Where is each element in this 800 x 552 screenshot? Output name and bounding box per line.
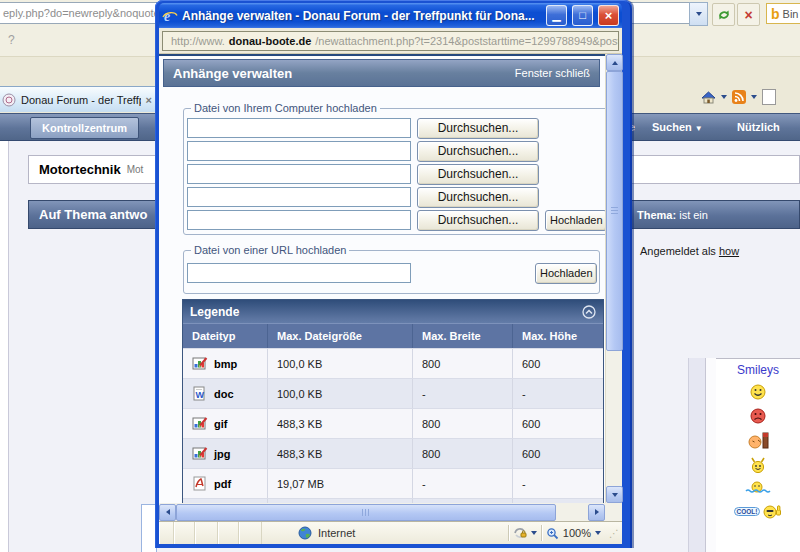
page-header-bar: Anhänge verwalten Fenster schließ — [163, 59, 600, 87]
logged-in-prefix: Angemeldet als — [640, 245, 716, 257]
legend-table-header: Legende — [183, 300, 603, 323]
minimize-icon: ▁ — [552, 10, 560, 21]
file-upload-input[interactable] — [187, 210, 411, 230]
swim-icon[interactable] — [745, 481, 771, 495]
browse-button[interactable]: Durchsuchen... — [417, 187, 539, 208]
username-link[interactable]: how — [719, 245, 739, 257]
url-upload-button[interactable]: Hochladen — [535, 263, 597, 284]
home-dropdown-icon[interactable] — [721, 95, 727, 99]
browse-button[interactable]: Durchsuchen... — [417, 141, 539, 162]
arrow-up-icon — [612, 61, 618, 65]
table-column-headers: Dateityp Max. Dateigröße Max. Breite Max… — [183, 323, 603, 348]
close-button[interactable]: × — [598, 5, 619, 26]
image-edit-icon — [192, 416, 208, 431]
section-title: Motortechnik — [39, 162, 121, 177]
max-height: - — [513, 379, 603, 408]
cool-bubble-label: COOL! — [734, 507, 761, 516]
bing-search-label: Bin — [783, 8, 799, 20]
file-upload-input[interactable] — [187, 187, 411, 207]
legend-title: Legende — [190, 305, 239, 319]
rss-feed-icon[interactable] — [732, 90, 746, 104]
horizontal-scrollbar-thumb[interactable] — [176, 504, 556, 521]
browser-tab[interactable]: Donau Forum - der Treffp... × — [0, 86, 160, 112]
upload-computer-fieldset: Datei von Ihrem Computer hochladen Durch… — [183, 102, 605, 235]
minimize-button[interactable]: ▁ — [546, 5, 567, 26]
word-doc-icon: W — [192, 386, 208, 401]
max-size: 488,3 KB — [268, 439, 413, 468]
status-divider — [508, 525, 509, 541]
feeds-dropdown-icon[interactable] — [751, 95, 757, 99]
vertical-scrollbar-thumb[interactable] — [606, 71, 623, 351]
status-pane — [218, 522, 239, 544]
scroll-right-button[interactable] — [588, 504, 605, 521]
file-upload-input[interactable] — [187, 141, 411, 161]
background-address-text: eply.php?do=newreply&noquote= — [3, 7, 166, 19]
nav-search-menu[interactable]: Suchen▼ — [652, 121, 703, 133]
chevron-down-icon — [696, 12, 702, 16]
stop-button[interactable]: × — [737, 3, 760, 26]
tab-close-icon[interactable]: × — [146, 94, 152, 106]
horizontal-scrollbar[interactable] — [159, 503, 622, 521]
file-upload-input[interactable] — [187, 164, 411, 184]
scroll-up-button[interactable] — [606, 54, 623, 71]
topic-label-bold: Thema: — [637, 209, 676, 221]
cheer-icon[interactable] — [749, 457, 767, 473]
close-icon: × — [605, 9, 613, 22]
smileys-panel: Smileys COOL! — [716, 358, 800, 552]
smile-icon[interactable] — [750, 384, 766, 400]
frown-icon[interactable] — [750, 408, 766, 424]
refresh-button[interactable] — [712, 3, 735, 26]
max-size: 100,0 KB — [268, 349, 413, 378]
table-row: bmp 100,0 KB 800 600 — [183, 348, 603, 378]
upload-url-fieldset: Datei von einer URL hochladen Hochladen — [183, 244, 600, 294]
upload-url-legend: Datei von einer URL hochladen — [191, 244, 349, 256]
help-glyph: ? — [8, 33, 15, 47]
file-upload-row: Durchsuchen... — [187, 163, 605, 185]
image-edit-icon — [192, 356, 208, 371]
scroll-down-button[interactable] — [606, 486, 623, 503]
arrow-down-icon — [612, 493, 618, 497]
headbang-icon[interactable] — [747, 432, 769, 449]
file-upload-input[interactable] — [187, 118, 411, 138]
nav-control-center[interactable]: Kontrollzentrum — [30, 117, 139, 139]
bing-search-box[interactable]: b Bin — [766, 3, 800, 24]
status-zone: Internet — [262, 526, 508, 540]
scroll-left-button[interactable] — [159, 504, 176, 521]
image-edit-icon — [192, 446, 208, 461]
max-height: 600 — [513, 409, 603, 438]
home-icon[interactable] — [701, 91, 716, 104]
bing-logo-icon: b — [771, 6, 780, 22]
upload-button[interactable]: Hochladen — [545, 210, 605, 231]
max-size: 488,3 KB — [268, 409, 413, 438]
cool-icon[interactable]: COOL! — [734, 503, 783, 519]
column-header: Dateityp — [183, 324, 268, 348]
zoom-dropdown-icon[interactable] — [595, 531, 601, 535]
maximize-button[interactable]: □ — [572, 5, 593, 26]
file-type: gif — [214, 418, 227, 430]
nav-search-label: Suchen — [652, 121, 692, 133]
browse-button[interactable]: Durchsuchen... — [417, 164, 539, 185]
resize-grip[interactable]: ⋰ — [605, 528, 619, 539]
column-header: Max. Dateigröße — [268, 324, 413, 348]
svg-text:e: e — [164, 9, 170, 24]
close-window-link[interactable]: Fenster schließ — [515, 67, 590, 79]
address-dropdown-button[interactable] — [689, 2, 708, 26]
scrollbar-corner — [605, 504, 622, 521]
popup-titlebar[interactable]: e Anhänge verwalten - Donau Forum - der … — [159, 3, 622, 28]
collapse-icon[interactable] — [582, 305, 596, 319]
popup-addressbar: http://www.donau-boote.de/newattachment.… — [159, 28, 622, 54]
browse-button[interactable]: Durchsuchen... — [417, 118, 539, 139]
filter-dropdown-icon[interactable] — [531, 531, 537, 535]
browse-button[interactable]: Durchsuchen... — [417, 210, 539, 231]
smartscreen-filter-icon[interactable] — [513, 526, 527, 540]
popup-address-input[interactable]: http://www.donau-boote.de/newattachment.… — [162, 31, 619, 51]
logged-in-status: Angemeldet als how — [640, 245, 739, 257]
status-pane — [239, 522, 262, 544]
url-upload-input[interactable] — [187, 263, 411, 283]
file-upload-row: Durchsuchen... — [187, 140, 605, 162]
nav-useful-links[interactable]: Nützlich — [737, 121, 780, 133]
page-menu-icon[interactable] — [762, 89, 776, 105]
vertical-scrollbar[interactable] — [605, 54, 622, 503]
caret-down-icon: ▼ — [695, 124, 703, 133]
url-path: /newattachment.php?t=2314&poststarttime=… — [315, 35, 619, 47]
